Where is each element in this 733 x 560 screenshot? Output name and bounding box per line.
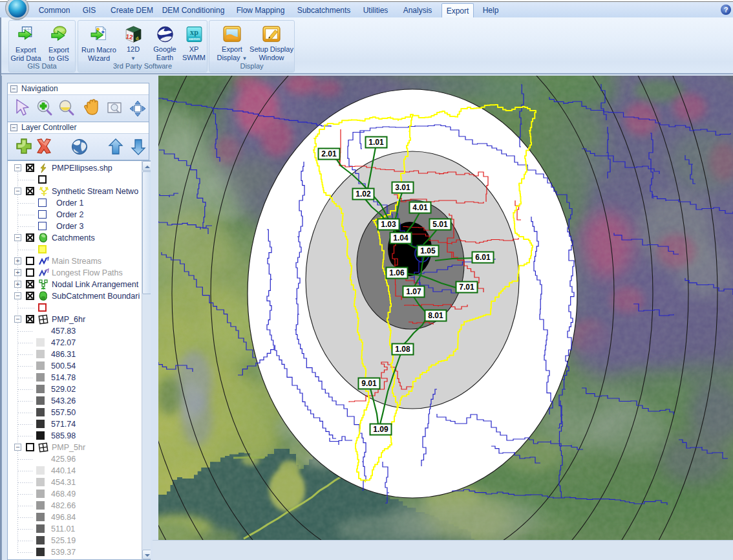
svg-text:3.01: 3.01 [395, 183, 410, 192]
svg-text:1.04: 1.04 [393, 233, 409, 242]
svg-text:5.01: 5.01 [432, 220, 448, 229]
svg-text:1.08: 1.08 [395, 345, 410, 354]
svg-text:4.01: 4.01 [412, 203, 428, 212]
svg-text:1.01: 1.01 [368, 138, 384, 147]
svg-text:1.07: 1.07 [406, 287, 421, 296]
svg-text:8.01: 8.01 [428, 311, 443, 320]
svg-text:1.06: 1.06 [389, 268, 405, 277]
svg-text:6.01: 6.01 [475, 253, 491, 262]
svg-text:xp: xp [190, 28, 198, 37]
svg-text:1.09: 1.09 [373, 425, 388, 434]
svg-text:swmm: swmm [188, 37, 200, 41]
svg-text:1.03: 1.03 [381, 220, 396, 229]
svg-text:1.02: 1.02 [356, 189, 371, 199]
svg-text:1.05: 1.05 [420, 246, 436, 255]
svg-text:9.01: 9.01 [361, 379, 377, 388]
svg-text:12: 12 [125, 33, 134, 41]
svg-text:7.01: 7.01 [459, 283, 474, 292]
svg-text:2.01: 2.01 [321, 149, 337, 158]
